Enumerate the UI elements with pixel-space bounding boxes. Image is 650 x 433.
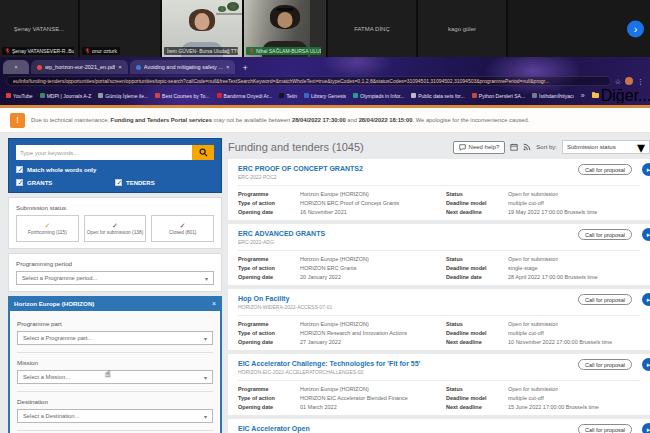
- tab-favicon: [136, 65, 141, 70]
- participant-video[interactable]: Nihal SAĞLAM-BURSA ULUDAĞ ...: [244, 0, 326, 57]
- participant-tile[interactable]: kago güler: [418, 0, 506, 57]
- bookmark-favicon: [98, 93, 103, 98]
- horizon-europe-header: Horizon Europe (HORIZON) ×: [8, 296, 222, 311]
- participant-tile[interactable]: FATMA DİNÇ: [328, 0, 416, 57]
- call-id: HORIZON-EIC-2022-ACCELERATORCHALLENGES-0…: [238, 369, 640, 375]
- call-type-badge: Call for proposal: [578, 164, 632, 175]
- sort-select[interactable]: Submission status ▾: [562, 140, 650, 154]
- call-id: ERC-2022-POC2: [238, 174, 640, 180]
- programme-part-select[interactable]: Select a Programme part... ▾: [17, 331, 213, 345]
- participant-tile[interactable]: onur ozturk: [80, 0, 160, 57]
- programming-period-select[interactable]: Select a Programme period... ▾: [16, 271, 214, 285]
- bookmark-favicon: [6, 93, 11, 98]
- bookmarks-overflow-icon[interactable]: »: [581, 92, 585, 99]
- call-type-badge: Call for proposal: [578, 424, 632, 433]
- bookmark-favicon: [532, 93, 537, 98]
- bookmark-item[interactable]: Best Courses by To...: [155, 93, 209, 99]
- muted-mic-icon: [249, 48, 254, 54]
- call-details: ProgrammeHorizon Europe (HORIZON) Status…: [238, 250, 640, 280]
- close-icon[interactable]: ×: [226, 64, 230, 70]
- profile-avatar[interactable]: [625, 77, 633, 85]
- submission-status-panel: Submission status ✓Forthcoming (115) ✓Op…: [8, 197, 222, 249]
- status-open-checkbox[interactable]: ✓Open for submission (138): [84, 215, 147, 242]
- participant-nametag: Şenay VATANSEVER-R..Bursa Uluda...: [2, 47, 74, 55]
- muted-mic-icon: [85, 48, 90, 54]
- chevron-down-icon: ▾: [204, 374, 207, 381]
- bookmark-favicon: [279, 93, 284, 98]
- call-id: HORIZON-WIDERA-2022-ACCESS-07-01: [238, 304, 640, 310]
- participant-display-name: FATMA DİNÇ: [354, 26, 390, 32]
- close-icon[interactable]: ×: [212, 300, 216, 307]
- sunglasses-decor: [277, 8, 294, 11]
- call-type-badge: Call for proposal: [578, 294, 632, 305]
- participant-video[interactable]: İrem GÜVEN- Bursa Uludağ TTO: [162, 0, 242, 57]
- call-type-badge: Call for proposal: [578, 359, 632, 370]
- need-help-button[interactable]: Need help?: [453, 141, 506, 154]
- bookmark-item[interactable]: YouTube: [6, 93, 33, 99]
- browser-menu-icon[interactable]: ⋮: [637, 78, 644, 85]
- muted-mic-icon: [5, 48, 10, 54]
- status-forthcoming-checkbox[interactable]: ✓Forthcoming (115): [16, 215, 79, 242]
- calendar-icon[interactable]: [510, 143, 518, 151]
- shelf-decor: [216, 13, 242, 15]
- rss-icon[interactable]: [523, 143, 531, 151]
- keyword-search-panel: Match whole words only GRANTS TENDERS: [8, 138, 222, 193]
- browser-tab[interactable]: Avoiding and mitigating safety ... ×: [130, 60, 236, 74]
- tab-title: wp_horizon-eur-2021_en.pdf: [45, 64, 115, 70]
- programming-period-panel: Programming period Select a Programme pe…: [8, 253, 222, 292]
- participant-tile[interactable]: Şenay VATANSE... Şenay VATANSEVER-R..Bur…: [0, 0, 78, 57]
- share-circle-button[interactable]: ▸: [642, 293, 650, 306]
- call-id: ERC-2022-ADG: [238, 239, 640, 245]
- bookmark-item[interactable]: Olympiads in Infor...: [353, 93, 404, 99]
- address-row: eu/info/funding-tenders/opportunities/po…: [0, 74, 650, 88]
- portal-main: Match whole words only GRANTS TENDERS Su…: [0, 133, 650, 433]
- bookmark-favicon: [411, 93, 416, 98]
- browser-tab-active[interactable]: ×: [3, 60, 29, 74]
- bookmark-favicon: [217, 93, 222, 98]
- new-tab-button[interactable]: +: [242, 63, 247, 73]
- address-bar[interactable]: eu/info/funding-tenders/opportunities/po…: [6, 76, 611, 86]
- browser-chrome: × wp_horizon-eur-2021_en.pdf × Avoiding …: [0, 57, 650, 105]
- bookmark-item[interactable]: Library Genesis: [304, 93, 346, 99]
- close-icon[interactable]: ×: [14, 64, 18, 70]
- match-whole-words-checkbox[interactable]: [16, 166, 23, 173]
- participant-display-name: kago güler: [448, 26, 476, 32]
- next-participants-button[interactable]: ›: [627, 20, 644, 37]
- bookmark-item[interactable]: MDPI | Journals A-Z: [40, 93, 92, 99]
- search-icon: [199, 148, 208, 157]
- mission-select[interactable]: Select a Mission... ▾: [17, 370, 213, 384]
- bookmark-item[interactable]: Python Dersleri SA...: [472, 93, 525, 99]
- share-circle-button[interactable]: ▸: [642, 358, 650, 371]
- results-panel: Funding and tenders (1045) Need help? So…: [228, 138, 650, 433]
- search-button[interactable]: [192, 145, 214, 160]
- bookmark-favicon: [40, 93, 45, 98]
- plant-decor: [227, 2, 239, 11]
- share-circle-button[interactable]: ▸: [642, 423, 650, 433]
- bookmark-item[interactable]: Tetin: [279, 93, 297, 99]
- bookmarks-bar: YouTube MDPI | Journals A-Z Gümüş İşleme…: [0, 88, 650, 103]
- close-icon[interactable]: ×: [118, 64, 122, 70]
- bookmark-item[interactable]: İstihdamİhtiyacı: [532, 93, 574, 99]
- results-header: Funding and tenders (1045) Need help? So…: [228, 138, 650, 156]
- banner-text: Due to technical maintenance, Funding an…: [31, 117, 529, 123]
- search-input[interactable]: [16, 145, 192, 160]
- chevron-down-icon: ▾: [205, 275, 208, 282]
- bookmark-favicon: [304, 93, 309, 98]
- browser-tab[interactable]: wp_horizon-eur-2021_en.pdf ×: [31, 60, 128, 74]
- help-bubble-icon: [459, 144, 466, 151]
- call-details: ProgrammeHorizon Europe (HORIZON) Status…: [238, 185, 640, 215]
- result-card: EIC Accelerator Open HORIZON-EIC-2022-AC…: [228, 419, 650, 433]
- other-bookmarks-folder[interactable]: Diğer...: [592, 88, 650, 103]
- bookmark-item[interactable]: Bandırma Onyedi Ar...: [217, 93, 273, 99]
- status-closed-checkbox[interactable]: ✓Closed (801): [151, 215, 214, 242]
- tab-title: Avoiding and mitigating safety ...: [144, 64, 223, 70]
- bookmark-item[interactable]: Gümüş İşleme ile...: [98, 93, 148, 99]
- bookmark-star-icon[interactable]: ☆: [615, 78, 621, 85]
- grants-checkbox[interactable]: [16, 179, 23, 186]
- tenders-checkbox[interactable]: [115, 179, 122, 186]
- destination-select[interactable]: Select a Destination... ▾: [17, 409, 213, 423]
- share-circle-button[interactable]: ▸: [642, 163, 650, 176]
- bookmark-item[interactable]: Public data sets for...: [411, 93, 464, 99]
- participant-display-name: Şenay VATANSE...: [14, 26, 64, 32]
- share-circle-button[interactable]: ▸: [642, 228, 650, 241]
